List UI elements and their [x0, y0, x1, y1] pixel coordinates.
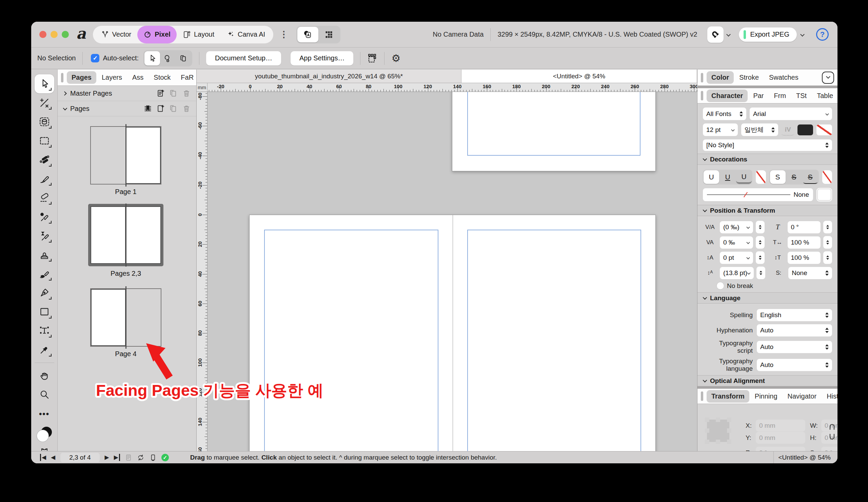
last-spread-button[interactable]: ▶ [114, 454, 120, 461]
leading-stepper[interactable] [756, 267, 765, 279]
tab-layers[interactable]: Layers [97, 71, 127, 84]
selection-brush-tool[interactable] [34, 112, 54, 131]
tracking-stepper[interactable] [756, 236, 765, 249]
v-scale-field[interactable]: 100 % [788, 252, 821, 264]
tab-color[interactable]: Color [706, 71, 734, 84]
transform-origin-icon[interactable] [367, 53, 378, 63]
h-ruler[interactable]: -200204060801001201401601802002202402602… [207, 83, 697, 92]
shape-tool[interactable] [34, 302, 54, 321]
paint-brush-tool[interactable] [34, 169, 54, 188]
baseline-field[interactable]: 0 pt [720, 252, 753, 264]
export-button[interactable]: Export JPEG [739, 28, 797, 42]
shear-stepper[interactable] [823, 221, 832, 233]
text-stroke-swatch[interactable] [816, 124, 832, 135]
devices-icon[interactable] [149, 454, 157, 461]
document-tab-1[interactable]: youtube_thumbnail_ai_industry_2026_w14 @… [197, 70, 462, 83]
v-scale-stepper[interactable] [823, 251, 832, 264]
h-scale-field[interactable]: 100 % [788, 236, 821, 249]
page-thumbnail-4[interactable]: Page 4 [90, 288, 162, 358]
kerning-field[interactable]: (0 ‰) [720, 221, 753, 233]
move-tool[interactable] [34, 74, 54, 93]
document-setup-button[interactable]: Document Setup… [206, 51, 281, 65]
app-settings-button[interactable]: App Settings… [291, 51, 353, 65]
shear-angle-field[interactable]: 0 ° [821, 447, 837, 451]
preflight-list-icon[interactable] [125, 454, 132, 461]
snapping-chevron-icon[interactable] [727, 32, 731, 37]
more-tools-button[interactable]: ••• [34, 404, 54, 423]
tab-stock[interactable]: Stock [149, 71, 175, 84]
baseline-stepper[interactable] [756, 251, 765, 264]
fill-stroke-swatches[interactable] [34, 423, 54, 445]
font-family-combo[interactable]: Arial [750, 107, 832, 120]
tab-pinning[interactable]: Pinning [750, 390, 782, 403]
transform-tool[interactable] [34, 93, 54, 112]
panel-drag-handle[interactable] [701, 391, 703, 401]
master-pages-section-header[interactable]: Master Pages [58, 86, 196, 101]
hyphenation-select[interactable]: Auto [757, 324, 832, 337]
dodge-brush-tool[interactable] [34, 207, 54, 226]
panel-drag-handle[interactable] [61, 73, 63, 82]
snapping-button[interactable] [707, 27, 724, 43]
optical-alignment-section-header[interactable]: Optical Alignment [698, 375, 837, 386]
text-studio-toggle[interactable] [297, 27, 318, 42]
ruler-unit[interactable]: mm [197, 83, 207, 92]
persona-vector[interactable]: Vector [95, 27, 138, 42]
dual-brush-tool[interactable] [34, 150, 54, 169]
duplicate-mode-button[interactable] [176, 51, 191, 65]
underline-style-select[interactable]: None [703, 188, 813, 201]
next-spread-button[interactable]: ▶ [105, 454, 109, 461]
close-button[interactable] [39, 31, 46, 38]
persona-canva-ai[interactable]: Canva AI [220, 27, 271, 42]
tab-navigator[interactable]: Navigator [783, 390, 822, 403]
persona-pixel[interactable]: Pixel [137, 26, 177, 43]
minimize-button[interactable] [51, 31, 58, 38]
script-select[interactable]: None [788, 267, 832, 279]
tab-frame[interactable]: Frm [769, 90, 791, 102]
tab-history[interactable]: History [822, 390, 837, 403]
canvas-spread-2-3[interactable] [249, 215, 656, 451]
pen-tool[interactable] [34, 283, 54, 302]
tab-transform[interactable]: Transform [706, 390, 749, 403]
grid-studio-toggle[interactable] [318, 27, 339, 42]
no-break-checkbox[interactable] [716, 282, 724, 290]
persona-layout[interactable]: Layout [177, 27, 220, 42]
tab-paragraph[interactable]: Par [748, 90, 768, 102]
tab-assets[interactable]: Ass [127, 71, 148, 84]
pan-tool[interactable] [34, 366, 54, 385]
add-master-page-icon[interactable] [156, 89, 165, 98]
settings-gear-icon[interactable]: ⚙ [391, 52, 401, 64]
tab-text-styles[interactable]: TSt [792, 90, 812, 102]
text-fill-swatch[interactable] [797, 124, 813, 135]
kerning-stepper[interactable] [756, 221, 765, 233]
duplicate-page-icon[interactable] [169, 104, 178, 113]
panel-drag-handle[interactable] [701, 91, 703, 100]
delete-page-icon[interactable] [182, 104, 191, 113]
language-section-header[interactable]: Language [698, 293, 837, 304]
clone-stamp-tool[interactable] [34, 245, 54, 264]
select-object-mode-button[interactable] [160, 51, 176, 65]
rotation-field[interactable]: 0 ° [756, 447, 805, 451]
panel-divider[interactable] [698, 86, 837, 88]
page-indicator[interactable]: 2,3 of 4 [60, 453, 99, 462]
export-chevron-icon[interactable] [800, 32, 805, 37]
marquee-select-tool[interactable] [34, 131, 54, 150]
font-size-combo[interactable]: 12 pt [703, 123, 738, 136]
page-thumbnail-2-3[interactable]: Pages 2,3 [90, 206, 162, 277]
page-thumbnail-1[interactable]: Page 1 [90, 126, 162, 196]
zoom-button[interactable] [62, 31, 69, 38]
add-page-icon[interactable] [156, 104, 165, 113]
background-colour-swatch[interactable] [816, 188, 832, 202]
tab-table[interactable]: Table [812, 90, 837, 102]
delete-page-icon[interactable] [182, 89, 191, 98]
underline-colour-swatch[interactable] [756, 170, 766, 184]
more-options-kebab-icon[interactable]: ⋮ [279, 29, 288, 40]
first-spread-button[interactable]: ◀ [40, 454, 46, 461]
document-tab-2[interactable]: <Untitled> @ 54% [462, 70, 697, 83]
panel-divider[interactable] [698, 386, 837, 389]
canvas-page-1[interactable] [452, 92, 656, 171]
underline-none-button[interactable]: U [704, 170, 719, 184]
tracking-field[interactable]: 0 ‰ [720, 236, 753, 249]
zoom-tool[interactable] [34, 385, 54, 404]
cursor-mode-button[interactable] [144, 51, 160, 65]
smudge-tool[interactable] [34, 264, 54, 283]
